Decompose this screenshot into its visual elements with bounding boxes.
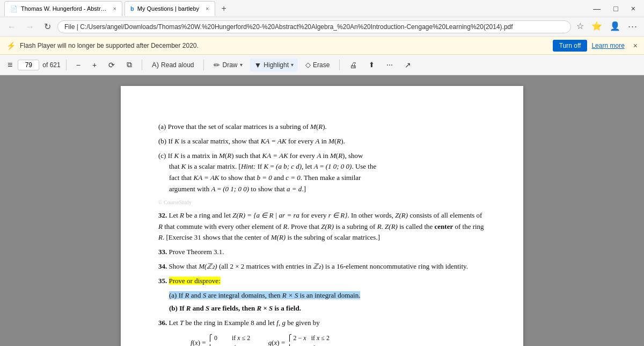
pdf-tab-icon: 📄 <box>10 5 18 12</box>
turnoff-button[interactable]: Turn off <box>553 40 588 52</box>
highlight-label: Highlight <box>264 61 289 69</box>
problem-36: 36. Let T be the ring in Example 8 and l… <box>158 318 486 329</box>
add-tab-button[interactable]: + <box>217 2 231 16</box>
star-icon[interactable]: ☆ <box>574 20 586 33</box>
bartleby-tab-icon: b <box>130 5 134 12</box>
separator-1 <box>66 60 67 70</box>
draw-icon: ✏ <box>214 61 220 69</box>
view-icon: ⧉ <box>127 60 132 69</box>
more-tools-button[interactable]: ⋯ <box>382 59 397 71</box>
tab-pdf-close[interactable]: × <box>113 5 116 12</box>
prob32-text: Let R be a ring and let Z(R) = {a ∈ R | … <box>158 211 484 242</box>
read-aloud-label: Read aloud <box>161 61 194 69</box>
zoom-in-button[interactable]: + <box>88 59 101 71</box>
prob32-num: 32. <box>158 211 169 219</box>
flash-icon: ⚡ <box>6 41 16 50</box>
file-prefix: File | <box>64 23 80 31</box>
zoom-out-button[interactable]: − <box>72 59 85 71</box>
separator-3 <box>203 60 204 70</box>
prob35-num: 35. <box>158 277 169 285</box>
read-aloud-button[interactable]: A) Read aloud <box>148 59 198 71</box>
highlight-icon: ▼ <box>254 61 262 69</box>
pdf-page: (a) Prove that the set of scalar matrice… <box>121 86 523 346</box>
fullscreen-button[interactable]: ↗ <box>400 59 415 71</box>
pdf-viewer[interactable]: (a) Prove that the set of scalar matrice… <box>0 75 644 346</box>
view-button[interactable]: ⧉ <box>122 58 136 71</box>
titlebar: 📄 Thomas W. Hungerford - Abstra... × b M… <box>0 0 644 17</box>
problem-b-text: (b) If K is a scalar matrix, show that K… <box>158 137 345 145</box>
prob35b-text: (b) If R and S are fields, then R × S is… <box>169 304 301 312</box>
forward-button[interactable]: → <box>23 21 38 33</box>
plus-icon: + <box>92 61 97 69</box>
problem-a: (a) Prove that the set of scalar matrice… <box>158 121 486 133</box>
infobar-close-button[interactable]: × <box>633 41 638 50</box>
address-text: C:/Users/angel/Downloads/Thomas%20W.%20H… <box>80 23 513 31</box>
read-aloud-icon: A) <box>152 61 159 69</box>
draw-button[interactable]: ✏ Draw ▾ <box>209 59 246 71</box>
tab-pdf-label: Thomas W. Hungerford - Abstra... <box>21 5 107 12</box>
tab-bartleby-label: My Questions | bartleby <box>137 5 199 12</box>
function-display: f(x) = ⎧ 0 if x ≤ 2 ⎩ x − 2 if x > 2 g(x… <box>191 333 486 346</box>
prob36-text: Let T be the ring in Example 8 and let f… <box>169 319 320 327</box>
infobar: ⚡ Flash Player will no longer be support… <box>0 37 644 55</box>
erase-icon: ◇ <box>305 61 311 69</box>
problem-33: 33. Prove Theorem 3.1. <box>158 247 486 258</box>
back-button[interactable]: ← <box>4 21 19 33</box>
func-g-cases: ⎧ 2 − x if x ≤ 2 ⎩ 0 if x > 2. <box>287 333 331 346</box>
problem-c-text3: fact that KA = AK to show that b = 0 and… <box>169 174 361 182</box>
problem-34: 34. Show that M(ℤ₂) (all 2 × 2 matrices … <box>158 261 486 272</box>
problem-a-text: (a) Prove that the set of scalar matrice… <box>158 122 327 131</box>
separator-2 <box>142 60 142 70</box>
tab-bartleby[interactable]: b My Questions | bartleby × <box>125 1 215 16</box>
share-button[interactable]: ⬆ <box>364 59 379 71</box>
highlight-button[interactable]: ▼ Highlight ▾ <box>250 59 298 71</box>
problem-c-text: (c) If K is a matrix in M(R) such that K… <box>158 152 363 160</box>
fit-page-button[interactable]: ⟳ <box>104 59 119 71</box>
highlight-dropdown-icon[interactable]: ▾ <box>291 62 294 68</box>
func-f-cases: ⎧ 0 if x ≤ 2 ⎩ x − 2 if x > 2 <box>208 333 251 346</box>
addressbar: ← → ↻ File | C:/Users/angel/Downloads/Th… <box>0 17 644 37</box>
func-f: f(x) = <box>191 338 208 346</box>
tab-pdf[interactable]: 📄 Thomas W. Hungerford - Abstra... × <box>4 1 122 16</box>
more-icon[interactable]: ··· <box>626 20 640 33</box>
separator-4 <box>339 60 340 70</box>
content-area: (a) Prove that the set of scalar matrice… <box>0 75 644 346</box>
minus-icon: − <box>76 61 80 69</box>
problem-32: 32. Let R be a ring and let Z(R) = {a ∈ … <box>158 210 486 243</box>
print-button[interactable]: 🖨 <box>345 59 361 71</box>
infobar-message: Flash Player will no longer be supported… <box>20 42 548 49</box>
erase-label: Erase <box>313 61 330 69</box>
minimize-button[interactable]: — <box>589 3 605 14</box>
prob33-text: Prove Theorem 3.1. <box>169 248 224 256</box>
prob35-text: Prove or disprove: <box>169 277 221 285</box>
prob36-num: 36. <box>158 319 169 327</box>
tab-bartleby-close[interactable]: × <box>206 5 209 12</box>
problem-35: 35. Prove or disprove: <box>158 276 486 287</box>
close-button[interactable]: × <box>627 3 640 14</box>
draw-dropdown-icon[interactable]: ▾ <box>240 62 243 68</box>
page-total: of 621 <box>42 61 60 69</box>
watermark: © CourseStudy <box>158 198 486 207</box>
prob34-text: Show that M(ℤ₂) (all 2 × 2 matrices with… <box>169 262 469 270</box>
content-body: (a) Prove that the set of scalar matrice… <box>158 121 486 346</box>
erase-button[interactable]: ◇ Erase <box>301 59 334 71</box>
toolbar: ≡ of 621 − + ⟳ ⧉ A) Read aloud ✏ Draw ▾ … <box>0 55 644 75</box>
prob34-num: 34. <box>158 262 169 270</box>
problem-c: (c) If K is a matrix in M(R) such that K… <box>158 150 486 195</box>
address-input[interactable]: File | C:/Users/angel/Downloads/Thomas%2… <box>57 20 571 33</box>
maximize-button[interactable]: □ <box>609 3 622 14</box>
window-controls: — □ × <box>589 3 640 14</box>
menu-icon[interactable]: ≡ <box>5 58 14 72</box>
account-icon[interactable]: 👤 <box>608 20 623 33</box>
problem-c-text4: argument with A = (0 1; 0 0) to show tha… <box>169 185 306 193</box>
fullscreen-icon: ↗ <box>405 61 411 69</box>
learn-more-link[interactable]: Learn more <box>591 42 624 49</box>
collections-icon[interactable]: ⭐ <box>589 20 604 33</box>
problem-c-text2: that K is a scalar matrix. [Hint: If K =… <box>169 162 376 170</box>
page-number-input[interactable] <box>18 60 39 70</box>
func-g: g(x) = <box>268 338 287 346</box>
fit-icon: ⟳ <box>108 61 115 69</box>
share-icon: ⬆ <box>369 61 375 69</box>
prob33-num: 33. <box>158 248 169 256</box>
refresh-button[interactable]: ↻ <box>41 20 54 33</box>
